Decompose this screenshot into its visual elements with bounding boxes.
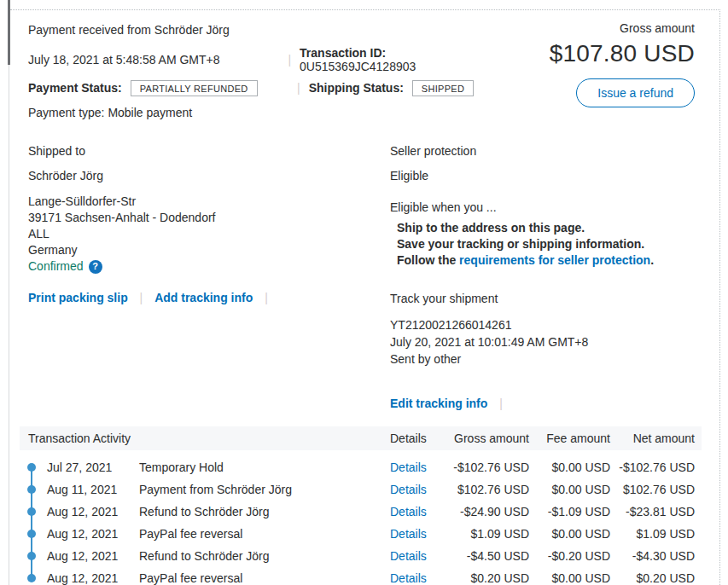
top-dotted-divider: [10, 9, 720, 10]
row-fee-amount: -$0.20 USD: [529, 549, 610, 563]
row-date: Jul 27, 2021: [47, 460, 139, 474]
transaction-activity-rows: Jul 27, 2021 Temporary Hold Details -$10…: [20, 456, 702, 585]
shipping-status-label: Shipping Status:: [309, 81, 404, 95]
requirement-item: Follow the requirements for seller prote…: [397, 252, 695, 269]
address-line: 39171 Sachsen-Anhalt - Dodendorf: [28, 210, 390, 226]
issue-refund-button[interactable]: Issue a refund: [576, 78, 695, 107]
tracking-number: YT2120021266014261: [390, 316, 695, 333]
print-packing-slip-link[interactable]: Print packing slip: [28, 291, 128, 304]
row-description: PayPal fee reversal: [139, 527, 390, 541]
address-confirmed-status: Confirmed: [28, 258, 84, 275]
details-link[interactable]: Details: [390, 483, 435, 496]
row-fee-amount: $0.00 USD: [529, 571, 610, 585]
transaction-activity-table: Transaction Activity Details Gross amoun…: [20, 426, 702, 585]
row-date: Aug 12, 2021: [47, 527, 139, 541]
column-header-gross: Gross amount: [435, 432, 529, 445]
tracking-details: YT2120021266014261 July 20, 2021 at 10:0…: [390, 316, 695, 368]
right-dotted-divider: [719, 9, 720, 585]
shipping-status-badge: SHIPPED: [412, 80, 474, 96]
row-fee-amount: $0.00 USD: [529, 527, 610, 541]
requirement-item: Ship to the address on this page.: [397, 220, 695, 236]
recipient-name: Schröder Jörg: [28, 169, 390, 182]
transaction-details-page: Payment received from Schröder Jörg July…: [0, 0, 728, 585]
payment-date: July 18, 2021 at 5:48:58 AM GMT+8: [28, 53, 279, 67]
transaction-id-value: 0U515369JC4128903: [300, 60, 416, 73]
address-line: ALL: [28, 226, 390, 242]
row-net-amount: -$4.30 USD: [610, 549, 695, 563]
seller-protection-section: Seller protection Eligible Eligible when…: [390, 144, 695, 410]
column-header-details: Details: [390, 432, 435, 445]
eligible-when-label: Eligible when you ...: [390, 200, 695, 214]
timeline-dot-icon: [27, 574, 36, 582]
row-description: Temporary Hold: [139, 460, 390, 474]
row-gross-amount: $1.09 USD: [435, 527, 529, 541]
tracking-carrier: Sent by other: [390, 350, 695, 368]
divider: |: [499, 397, 503, 410]
timeline-dot-icon: [27, 552, 36, 560]
seller-protection-requirements-link[interactable]: requirements for seller protection: [459, 253, 650, 267]
row-gross-amount: $102.76 USD: [435, 483, 529, 496]
row-date: Aug 12, 2021: [47, 549, 139, 563]
timeline-dot-icon: [27, 530, 36, 538]
gross-amount-value: $107.80 USD: [498, 40, 695, 67]
add-tracking-info-link[interactable]: Add tracking info: [154, 291, 253, 304]
row-description: PayPal fee reversal: [139, 571, 390, 585]
row-description: Payment from Schröder Jörg: [139, 483, 390, 496]
table-row: Aug 12, 2021 Refund to Schröder Jörg Det…: [20, 501, 702, 523]
timeline-dot-icon: [27, 507, 36, 516]
row-description: Refund to Schröder Jörg: [139, 549, 390, 563]
row-description: Refund to Schröder Jörg: [139, 505, 390, 518]
divider: |: [140, 291, 143, 304]
details-link[interactable]: Details: [390, 549, 435, 563]
scrollbar-track[interactable]: [9, 0, 9, 585]
row-date: Aug 11, 2021: [47, 483, 139, 496]
row-fee-amount: -$1.09 USD: [529, 505, 610, 518]
row-net-amount: $0.20 USD: [610, 571, 695, 585]
row-net-amount: $102.76 USD: [610, 483, 695, 496]
divider: |: [265, 291, 268, 304]
tracking-date: July 20, 2021 at 10:01:49 AM GMT+8: [390, 333, 695, 350]
gross-amount-label: Gross amount: [498, 21, 695, 35]
table-row: Aug 12, 2021 PayPal fee reversal Details…: [20, 523, 702, 545]
protection-requirements: Ship to the address on this page. Save y…: [390, 220, 695, 269]
requirement-item: Save your tracking or shipping informati…: [397, 236, 695, 252]
payment-type: Payment type: Mobile payment: [28, 104, 498, 121]
address-line: Lange-Sülldorfer-Str: [28, 194, 390, 210]
column-header-fee: Fee amount: [529, 432, 610, 445]
transaction-id-label: Transaction ID:: [300, 46, 386, 60]
row-date: Aug 12, 2021: [47, 571, 139, 585]
address-line: Germany: [28, 242, 390, 258]
row-net-amount: $1.09 USD: [610, 527, 695, 541]
table-row: Aug 12, 2021 Refund to Schröder Jörg Det…: [20, 545, 702, 567]
row-fee-amount: $0.00 USD: [529, 460, 610, 474]
payment-status-label: Payment Status:: [28, 81, 122, 95]
edit-tracking-info-link[interactable]: Edit tracking info: [390, 397, 487, 410]
transaction-activity-header: Transaction Activity Details Gross amoun…: [20, 426, 702, 450]
row-gross-amount: $0.20 USD: [435, 571, 529, 585]
details-link[interactable]: Details: [390, 527, 435, 541]
details-link[interactable]: Details: [390, 460, 435, 474]
row-gross-amount: -$102.76 USD: [435, 460, 529, 474]
track-shipment-title: Track your shipment: [390, 292, 695, 305]
row-date: Aug 12, 2021: [47, 505, 139, 518]
divider: |: [288, 53, 291, 67]
row-net-amount: -$23.81 USD: [610, 505, 695, 518]
table-row: Jul 27, 2021 Temporary Hold Details -$10…: [20, 456, 702, 478]
seller-protection-title: Seller protection: [390, 144, 695, 158]
details-link[interactable]: Details: [390, 505, 435, 518]
table-row: Aug 11, 2021 Payment from Schröder Jörg …: [20, 478, 702, 501]
timeline-dot-icon: [27, 485, 36, 494]
help-icon[interactable]: ?: [89, 260, 102, 274]
payment-summary-header: Payment received from Schröder Jörg July…: [28, 21, 695, 121]
seller-protection-status: Eligible: [390, 169, 695, 182]
divider: |: [297, 81, 300, 95]
details-link[interactable]: Details: [390, 571, 435, 585]
table-row: Aug 12, 2021 PayPal fee reversal Details…: [20, 567, 702, 585]
row-fee-amount: $0.00 USD: [529, 483, 610, 496]
payment-status-badge: PARTIALLY REFUNDED: [131, 80, 258, 96]
row-gross-amount: -$24.90 USD: [435, 505, 529, 518]
timeline-dot-icon: [27, 463, 36, 472]
page-title: Payment received from Schröder Jörg: [28, 21, 498, 38]
shipped-to-section: Shipped to Schröder Jörg Lange-Sülldorfe…: [28, 144, 390, 410]
row-net-amount: -$102.76 USD: [610, 460, 695, 474]
